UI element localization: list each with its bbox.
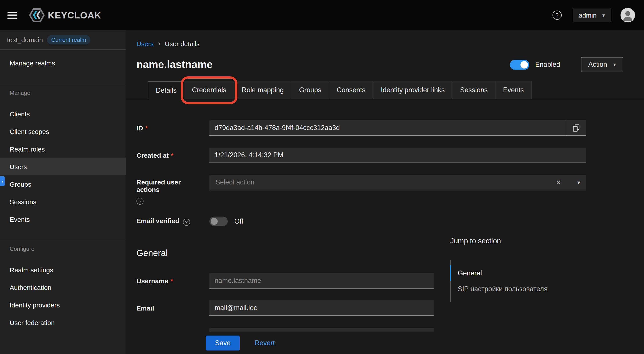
nav-section-manage: Manage [0,90,126,96]
required-actions-label: Required user actions ? [136,175,209,205]
chevron-right-icon: › [158,40,160,48]
form-row-email: Email [136,300,586,316]
divider [0,240,126,240]
email-field[interactable] [209,300,434,316]
tab-label: Identity provider links [381,86,445,94]
tab-sessions[interactable]: Sessions [453,81,496,99]
user-avatar-icon [620,8,635,23]
page-header-actions: Enabled Action ▾ [510,57,623,72]
nav-section-configure: Configure [0,245,126,252]
label-text: ID [136,124,143,132]
tabbar: Details Credentials Role mapping Groups … [126,82,644,99]
sidebar-item-realm-settings[interactable]: Realm settings [0,261,126,278]
page-title: name.lastname [136,58,212,71]
clear-selection-icon[interactable]: ✕ [556,179,561,186]
help-icon[interactable]: ? [552,11,562,20]
enabled-label: Enabled [535,61,560,69]
copy-icon [573,124,580,132]
nav-group-configure: Realm settings Authentication Identity p… [0,261,126,331]
copy-button[interactable] [566,120,586,136]
form-row-created-at: Created at* [136,148,586,163]
tab-label: Role mapping [242,86,284,94]
created-at-field[interactable] [209,148,586,163]
email-label: Email [136,304,209,312]
created-at-control [209,148,586,163]
tab-credentials[interactable]: Credentials [184,81,234,99]
help-icon[interactable]: ? [136,198,144,205]
form-row-id: ID* [136,120,586,136]
sidebar-item-sessions[interactable]: Sessions [0,193,126,210]
chevron-down-icon: ▾ [577,179,580,186]
username-label: Username* [136,277,209,285]
email-control [209,300,434,316]
save-button[interactable]: Save [206,335,240,350]
tab-role-mapping[interactable]: Role mapping [234,81,292,99]
keycloak-admin-console: KEYCLOAK ? admin ▾ test_domain Current r… [0,0,644,354]
email-verified-label: Email verified? [136,217,209,226]
tab-label: Credentials [192,86,226,94]
sidebar-item-client-scopes[interactable]: Client scopes [0,123,126,140]
sidebar-item-clients[interactable]: Clients [0,105,126,123]
page-header: name.lastname Enabled Action ▾ [136,55,623,74]
label-text: Email [136,304,154,312]
required-actions-select[interactable]: Select action ✕ ▾ [209,175,586,190]
jump-title: Jump to section [450,237,560,245]
help-icon[interactable]: ? [183,219,190,226]
masthead: KEYCLOAK ? admin ▾ [0,0,644,30]
sidebar-item-identity-providers[interactable]: Identity providers [0,296,126,313]
tab-identity-provider-links[interactable]: Identity provider links [374,81,453,99]
jump-link-sip-settings[interactable]: SIP настройки пользователя [450,281,560,297]
divider [0,85,126,85]
revert-button[interactable]: Revert [255,339,275,347]
nav-toggle-icon[interactable] [8,12,17,19]
tab-label: Consents [337,86,366,94]
required-marker: * [171,152,174,159]
sidebar-item-groups[interactable]: Groups [0,175,126,193]
toggle-knob [211,218,218,225]
id-label: ID* [136,124,209,132]
action-dropdown-button[interactable]: Action ▾ [581,57,623,72]
required-marker: * [145,124,148,132]
user-menu-label: admin [578,12,596,19]
chevron-down-icon: ▾ [613,62,616,68]
keycloak-logo-icon [29,8,45,22]
username-field[interactable] [209,273,434,288]
enabled-toggle[interactable] [510,60,530,70]
tab-details[interactable]: Details [148,81,184,99]
email-verified-toggle[interactable] [209,217,228,226]
masthead-actions: ? admin ▾ [552,8,635,23]
toggle-state-label: Off [234,217,243,225]
chevron-right-icon: › [2,179,3,184]
tab-events[interactable]: Events [496,81,532,99]
jump-link-general[interactable]: General [450,265,560,281]
sidebar-item-events[interactable]: Events [0,210,126,228]
sidebar: test_domain Current realm Manage realms … [0,30,126,354]
breadcrumb-users-link[interactable]: Users [136,40,154,47]
sidebar-item-authentication[interactable]: Authentication [0,278,126,296]
realm-selector[interactable]: test_domain Current realm [0,30,126,50]
sidebar-item-users[interactable]: Users [0,158,126,175]
sidebar-item-manage-realms[interactable]: Manage realms [0,54,126,72]
user-menu-dropdown[interactable]: admin ▾ [572,8,611,23]
current-realm-badge: Current realm [47,35,90,44]
label-text: Required user actions [136,178,181,193]
tab-label: Events [503,86,524,94]
keycloak-logo-text: KEYCLOAK [48,10,101,21]
tab-groups[interactable]: Groups [292,81,329,99]
nav-group-manage: Clients Client scopes Realm roles Users … [0,105,126,228]
breadcrumb-current: User details [165,40,200,47]
keycloak-logo[interactable]: KEYCLOAK [29,8,101,22]
sidebar-item-realm-roles[interactable]: Realm roles [0,140,126,158]
tab-label: Details [156,87,177,94]
sidebar-item-user-federation[interactable]: User federation [0,313,126,331]
sidebar-expand-handle[interactable]: › [0,176,5,186]
tab-consents[interactable]: Consents [329,81,374,99]
avatar[interactable] [620,8,635,23]
required-marker: * [170,277,173,285]
realm-name: test_domain [7,36,43,44]
label-text: Username [136,277,168,285]
select-placeholder: Select action [216,178,556,186]
id-field[interactable] [209,120,566,136]
hamburger-bar [8,15,17,16]
main-content: Users › User details name.lastname Enabl… [126,30,644,354]
